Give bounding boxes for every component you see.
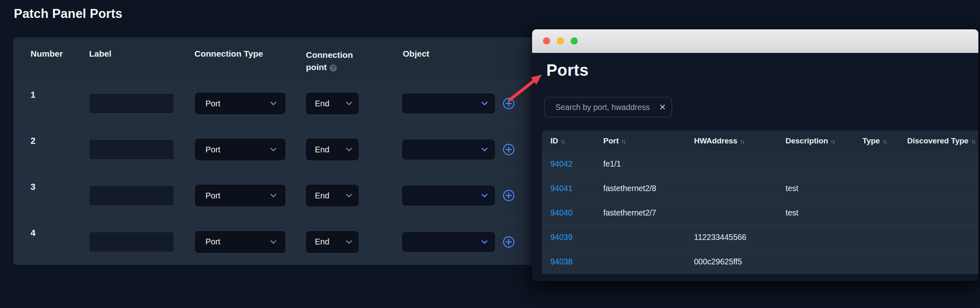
connection-type-select[interactable]: Port bbox=[195, 231, 286, 253]
col-header-port[interactable]: Port↑↓ bbox=[603, 136, 625, 145]
sort-icon: ↑↓ bbox=[971, 138, 975, 145]
plus-icon bbox=[503, 190, 515, 202]
chevron-down-icon bbox=[346, 194, 352, 198]
col-header-discovered-type[interactable]: Discovered Type↑↓ bbox=[907, 136, 975, 145]
ports-modal-window: Ports ✕ ID↑↓ Port↑↓ HWAddress↑↓ Descript… bbox=[532, 29, 978, 281]
object-select[interactable] bbox=[402, 93, 495, 114]
connection-type-select[interactable]: Port bbox=[195, 92, 286, 114]
plus-icon bbox=[503, 236, 515, 248]
label-input[interactable] bbox=[89, 185, 174, 206]
object-select[interactable] bbox=[402, 232, 495, 252]
table-row: 94038 000c29625ff5 bbox=[542, 249, 978, 274]
connection-point-select[interactable]: End bbox=[306, 92, 359, 114]
clear-search-icon[interactable]: ✕ bbox=[657, 103, 666, 111]
connection-point-select[interactable]: End bbox=[306, 139, 359, 161]
row-number: 1 bbox=[31, 90, 35, 100]
row-number: 4 bbox=[31, 228, 35, 238]
col-header-type[interactable]: Type↑↓ bbox=[862, 136, 886, 145]
label-input[interactable] bbox=[89, 139, 174, 160]
table-row: 94039 112233445566 bbox=[542, 225, 978, 249]
row-number: 2 bbox=[31, 136, 35, 146]
hwaddress-cell: 112233445566 bbox=[694, 233, 746, 242]
col-header-hwaddress[interactable]: HWAddress↑↓ bbox=[694, 136, 744, 145]
col-header-connection-point: Connection point? bbox=[306, 49, 360, 74]
port-cell: fe1/1 bbox=[603, 159, 621, 169]
id-link[interactable]: 94041 bbox=[550, 184, 572, 193]
row-number: 3 bbox=[31, 182, 35, 192]
chevron-down-icon bbox=[481, 101, 488, 106]
connection-type-select[interactable]: Port bbox=[195, 185, 286, 207]
add-object-button[interactable] bbox=[503, 144, 515, 156]
object-select[interactable] bbox=[402, 139, 495, 160]
close-button[interactable] bbox=[543, 37, 550, 44]
ports-table: ID↑↓ Port↑↓ HWAddress↑↓ Description↑↓ Ty… bbox=[542, 130, 978, 274]
col-header-label: Label bbox=[89, 49, 111, 59]
hwaddress-cell: 000c29625ff5 bbox=[694, 257, 742, 266]
minimize-button[interactable] bbox=[557, 37, 564, 44]
col-header-id[interactable]: ID↑↓ bbox=[550, 136, 565, 145]
col-header-number: Number bbox=[31, 49, 63, 59]
chevron-down-icon bbox=[346, 147, 352, 152]
page-title: Patch Panel Ports bbox=[14, 7, 122, 21]
connection-point-select[interactable]: End bbox=[306, 185, 359, 207]
ports-table-header-row: ID↑↓ Port↑↓ HWAddress↑↓ Description↑↓ Ty… bbox=[542, 130, 978, 152]
id-link[interactable]: 94039 bbox=[550, 233, 572, 242]
zoom-button[interactable] bbox=[571, 37, 578, 44]
modal-title: Ports bbox=[546, 61, 589, 79]
chevron-down-icon bbox=[270, 101, 277, 106]
search-box: ✕ bbox=[544, 97, 672, 117]
col-header-object: Object bbox=[403, 49, 429, 59]
id-link[interactable]: 94040 bbox=[550, 208, 572, 218]
sort-icon: ↑↓ bbox=[621, 138, 625, 145]
table-row: 94040 fastethernet2/7 test bbox=[542, 200, 978, 225]
id-link[interactable]: 94042 bbox=[550, 159, 572, 169]
table-row: 94042 fe1/1 bbox=[542, 152, 978, 176]
object-select[interactable] bbox=[402, 185, 495, 206]
add-object-button[interactable] bbox=[503, 190, 515, 202]
col-header-connection-type: Connection Type bbox=[194, 49, 263, 59]
add-object-button[interactable] bbox=[503, 236, 515, 248]
search-input[interactable] bbox=[555, 103, 657, 112]
chevron-down-icon bbox=[481, 240, 488, 244]
sort-icon: ↑↓ bbox=[561, 138, 565, 145]
chevron-down-icon bbox=[270, 147, 277, 152]
port-cell: fastethernet2/7 bbox=[603, 208, 656, 218]
sort-icon: ↑↓ bbox=[831, 138, 835, 145]
chevron-down-icon bbox=[481, 147, 488, 152]
add-object-button[interactable] bbox=[503, 98, 515, 110]
port-cell: fastethernet2/8 bbox=[603, 184, 656, 193]
table-row: 94041 fastethernet2/8 test bbox=[542, 176, 978, 200]
screen: Patch Panel Ports Number Label Connectio… bbox=[0, 0, 980, 308]
id-link[interactable]: 94038 bbox=[550, 257, 572, 266]
description-cell: test bbox=[786, 208, 798, 218]
chevron-down-icon bbox=[270, 194, 277, 198]
chevron-down-icon bbox=[346, 240, 352, 244]
chevron-down-icon bbox=[270, 240, 277, 244]
description-cell: test bbox=[786, 184, 798, 193]
sort-icon: ↑↓ bbox=[882, 138, 886, 145]
sort-icon: ↑↓ bbox=[740, 138, 744, 145]
plus-icon bbox=[503, 98, 515, 110]
connection-type-select[interactable]: Port bbox=[195, 139, 286, 161]
plus-icon bbox=[503, 144, 515, 156]
help-icon[interactable]: ? bbox=[330, 64, 337, 72]
window-titlebar[interactable] bbox=[532, 29, 978, 53]
connection-point-select[interactable]: End bbox=[306, 231, 359, 253]
label-input[interactable] bbox=[89, 232, 174, 252]
col-header-description[interactable]: Description↑↓ bbox=[786, 136, 835, 145]
chevron-down-icon bbox=[346, 101, 352, 106]
label-input[interactable] bbox=[89, 93, 174, 114]
chevron-down-icon bbox=[481, 194, 488, 198]
